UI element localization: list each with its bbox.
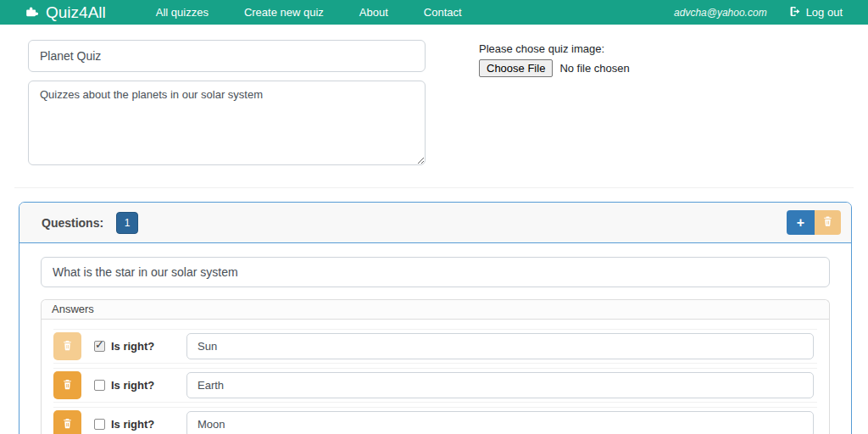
delete-answer-button[interactable]: [53, 332, 81, 360]
trash-icon: [62, 417, 73, 432]
trash-icon: [62, 339, 73, 354]
file-chosen-status: No file chosen: [559, 62, 629, 75]
answers-header: Answers: [42, 300, 829, 320]
is-right-field: ✓ Is right?: [94, 418, 186, 431]
section-divider: [14, 187, 854, 188]
file-input[interactable]: Choose File No file chosen: [479, 59, 630, 77]
question-number-button[interactable]: 1: [116, 212, 138, 234]
answers-panel: Answers ✓ Is right?: [41, 299, 830, 434]
brand-link[interactable]: Quiz4All: [25, 3, 106, 22]
answer-row: ✓ Is right?: [53, 407, 817, 434]
questions-panel: Questions: 1 + Answers: [19, 202, 852, 434]
nav-item-create-new-quiz[interactable]: Create new quiz: [226, 0, 342, 25]
nav-item-about[interactable]: About: [342, 0, 406, 25]
nav-item-all-quizzes[interactable]: All quizzes: [138, 0, 226, 25]
trash-icon: [822, 215, 833, 230]
add-question-button[interactable]: +: [787, 210, 815, 235]
quiz-meta-left: Quizzes about the planets in our solar s…: [28, 40, 426, 165]
puzzle-piece-icon: [25, 5, 40, 19]
logout-button[interactable]: Log out: [789, 6, 843, 19]
answer-text-input[interactable]: [186, 333, 814, 359]
delete-question-button[interactable]: [815, 210, 841, 235]
question-text-input[interactable]: [41, 257, 830, 287]
answers-body: ✓ Is right? ✓ Is: [42, 320, 829, 434]
delete-answer-button[interactable]: [53, 410, 81, 434]
questions-panel-header: Questions: 1 +: [19, 203, 851, 243]
nav-links: All quizzes Create new quiz About Contac…: [138, 0, 480, 25]
is-right-checkbox[interactable]: ✓: [94, 341, 105, 352]
quiz-title-input[interactable]: [28, 40, 426, 72]
answer-row: ✓ Is right?: [53, 329, 817, 364]
navbar: Quiz4All All quizzes Create new quiz Abo…: [0, 0, 868, 25]
answer-text-input[interactable]: [186, 411, 814, 434]
is-right-checkbox[interactable]: ✓: [94, 380, 105, 391]
quiz-meta-form: Quizzes about the planets in our solar s…: [0, 25, 868, 165]
is-right-label: Is right?: [111, 340, 154, 353]
questions-label: Questions:: [42, 216, 103, 230]
answer-row: ✓ Is right?: [53, 368, 817, 403]
navbar-right: advcha@yahoo.com Log out: [674, 6, 843, 19]
quiz-image-label: Please chose quiz image:: [479, 42, 630, 55]
is-right-field: ✓ Is right?: [94, 340, 186, 353]
check-icon: ✓: [95, 338, 104, 351]
brand-label: Quiz4All: [46, 3, 106, 22]
logout-label: Log out: [806, 6, 843, 19]
quiz-image-section: Please chose quiz image: Choose File No …: [479, 40, 630, 165]
is-right-label: Is right?: [111, 379, 154, 392]
logout-icon: [789, 6, 801, 19]
is-right-field: ✓ Is right?: [94, 379, 186, 392]
is-right-checkbox[interactable]: ✓: [94, 419, 105, 430]
is-right-label: Is right?: [111, 418, 154, 431]
plus-icon: +: [797, 215, 804, 231]
question-actions: +: [787, 210, 841, 235]
answer-text-input[interactable]: [186, 372, 814, 398]
questions-panel-body: Answers ✓ Is right?: [19, 243, 851, 434]
user-email: advcha@yahoo.com: [674, 7, 767, 19]
delete-answer-button[interactable]: [53, 371, 81, 399]
nav-item-contact[interactable]: Contact: [406, 0, 480, 25]
choose-file-button[interactable]: Choose File: [479, 59, 553, 77]
trash-icon: [62, 378, 73, 393]
quiz-description-textarea[interactable]: Quizzes about the planets in our solar s…: [28, 81, 426, 165]
